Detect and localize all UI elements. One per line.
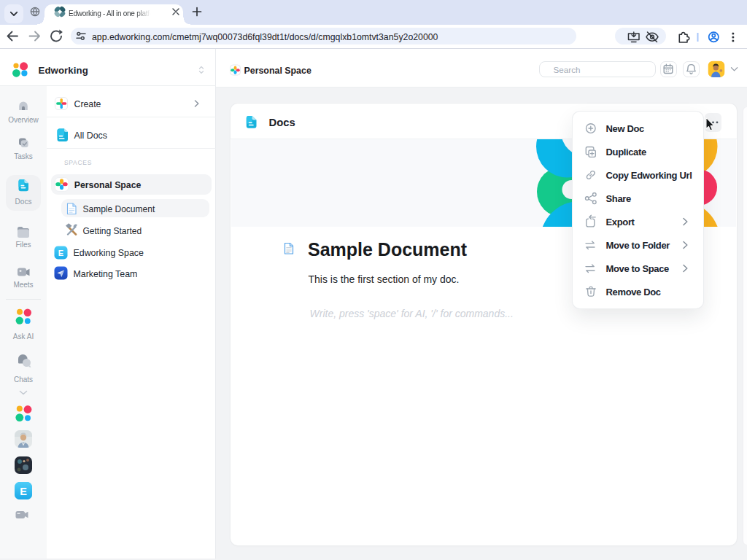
svg-text:E: E [58, 249, 63, 257]
svg-text:E: E [20, 486, 27, 497]
